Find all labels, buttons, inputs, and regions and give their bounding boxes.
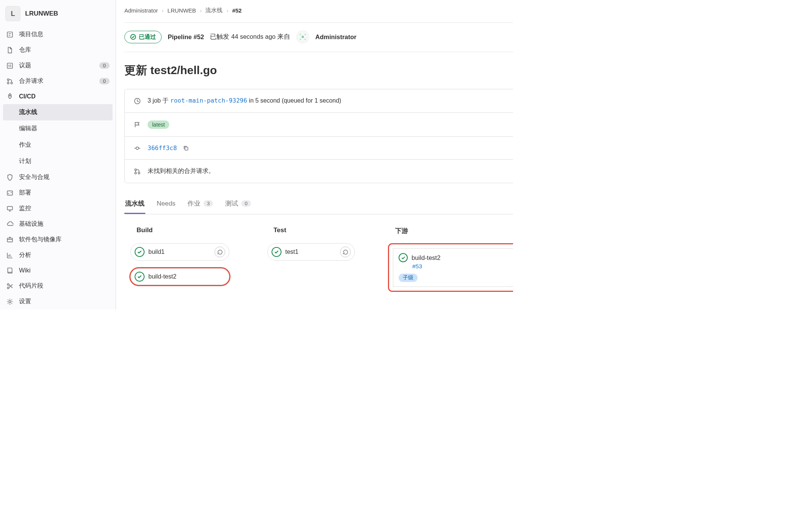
tab-count-badge: 3 — [203, 200, 213, 207]
svg-rect-15 — [185, 147, 188, 150]
deploy-icon — [6, 189, 14, 197]
tab-label: Needs — [157, 200, 175, 207]
status-badge-text: 已通过 — [139, 33, 156, 41]
subnav-editor[interactable]: 编辑器 — [19, 120, 116, 137]
svg-point-4 — [11, 82, 13, 84]
book-icon — [6, 267, 14, 274]
project-header[interactable]: L LRUNWEB — [0, 3, 116, 27]
svg-point-18 — [138, 172, 140, 174]
svg-point-2 — [7, 79, 9, 81]
sidebar-item-wiki[interactable]: Wiki — [0, 263, 116, 278]
check-circle-icon — [272, 247, 281, 257]
job-name: build-test2 — [148, 273, 225, 280]
svg-point-14 — [136, 147, 139, 149]
expand-downstream-button[interactable] — [510, 249, 513, 287]
job-name: build1 — [148, 249, 211, 255]
sidebar-item-security[interactable]: 安全与合规 — [0, 169, 116, 185]
project-name: LRUNWEB — [25, 10, 58, 17]
svg-point-9 — [7, 283, 9, 285]
merge-icon — [6, 78, 14, 85]
svg-point-10 — [7, 287, 9, 289]
branch-link[interactable]: root-main-patch-93296 — [170, 97, 247, 104]
pipeline-tabs: 流水线 Needs 作业 3 测试 0 — [124, 183, 513, 214]
tag-badge: latest — [148, 120, 169, 129]
svg-rect-1 — [7, 63, 13, 68]
cloud-gear-icon — [6, 220, 14, 228]
sidebar-item-monitor[interactable]: 监控 — [0, 201, 116, 216]
svg-rect-0 — [7, 32, 13, 37]
sidebar-item-analytics[interactable]: 分析 — [0, 247, 116, 263]
main-content: Administrator › LRUNWEB › 流水线 › #52 已通过 … — [116, 0, 513, 309]
downstream-highlight: build-test2 #53 子级 — [389, 244, 513, 291]
merge-icon — [134, 168, 141, 175]
chevron-right-icon: › — [226, 7, 228, 14]
package-icon — [6, 236, 14, 244]
breadcrumb: Administrator › LRUNWEB › 流水线 › #52 — [124, 7, 513, 23]
tab-label: 流水线 — [125, 199, 145, 208]
sidebar-item-label: 监控 — [19, 204, 110, 212]
shield-icon — [6, 174, 14, 181]
author-avatar[interactable] — [296, 30, 309, 43]
sidebar-item-label: 部署 — [19, 189, 110, 197]
sidebar-item-merge-requests[interactable]: 合并请求 0 — [0, 73, 116, 89]
no-mr-text: 未找到相关的合并请求。 — [148, 167, 215, 175]
sidebar-item-label: 分析 — [19, 251, 110, 259]
sidebar-item-infra[interactable]: 基础设施 — [0, 216, 116, 232]
stage-test: Test test1 — [267, 224, 362, 268]
tab-pipeline[interactable]: 流水线 — [124, 195, 145, 214]
pipeline-id-label: Pipeline #52 — [168, 33, 204, 41]
svg-rect-8 — [7, 238, 13, 242]
downstream-pipeline-card[interactable]: build-test2 #53 子级 — [393, 248, 511, 287]
check-circle-icon — [399, 253, 408, 262]
sidebar-item-deploy[interactable]: 部署 — [0, 185, 116, 201]
tab-tests[interactable]: 测试 0 — [224, 195, 251, 214]
info-row-jobs: 3 job 于 root-main-patch-93296 in 5 secon… — [125, 89, 513, 113]
subnav-jobs[interactable]: 作业 — [19, 137, 116, 153]
svg-point-17 — [135, 172, 137, 174]
sidebar: L LRUNWEB 项目信息 仓库 议题 0 合并请求 — [0, 0, 116, 309]
sidebar-item-cicd[interactable]: CI/CD — [0, 89, 116, 104]
downstream-pipeline-link[interactable]: #53 — [399, 262, 505, 270]
pipeline-status-row: 已通过 Pipeline #52 已触发 44 seconds ago 来自 A… — [124, 23, 513, 52]
chart-icon — [6, 252, 14, 259]
chevron-right-icon: › — [162, 7, 164, 14]
sidebar-item-issues[interactable]: 议题 0 — [0, 58, 116, 73]
sidebar-item-repo[interactable]: 仓库 — [0, 42, 116, 58]
subnav-schedules[interactable]: 计划 — [19, 153, 116, 169]
sidebar-item-packages[interactable]: 软件包与镜像库 — [0, 232, 116, 247]
sidebar-item-settings[interactable]: 设置 — [0, 294, 116, 309]
pipeline-triggered-text: 已触发 44 seconds ago 来自 — [210, 33, 290, 41]
breadcrumb-link[interactable]: 流水线 — [205, 7, 222, 14]
info-row-tag: latest — [125, 113, 513, 137]
commit-link[interactable]: 366ff3c8 — [148, 144, 177, 152]
job-test1[interactable]: test1 — [267, 243, 355, 261]
breadcrumb-link[interactable]: LRUNWEB — [167, 7, 196, 14]
sidebar-item-project-info[interactable]: 项目信息 — [0, 27, 116, 42]
issues-count-badge: 0 — [99, 62, 110, 69]
sidebar-item-snippets[interactable]: 代码片段 — [0, 278, 116, 294]
cicd-subnav: 流水线 编辑器 作业 计划 — [0, 104, 116, 169]
sidebar-item-label: Wiki — [19, 267, 110, 274]
author-name[interactable]: Administrator — [315, 33, 356, 41]
copy-commit-button[interactable] — [183, 145, 189, 151]
rocket-icon — [6, 93, 14, 100]
tab-jobs[interactable]: 作业 3 — [187, 195, 214, 214]
breadcrumb-link[interactable]: Administrator — [124, 7, 158, 14]
job-build1[interactable]: build1 — [130, 243, 229, 261]
job-build-test2[interactable]: build-test2 — [130, 268, 229, 285]
jobs-duration-text: in 5 second (queued for 1 second) — [249, 97, 341, 104]
stage-name: 下游 — [389, 224, 513, 244]
retry-button[interactable] — [340, 247, 351, 257]
tab-count-badge: 0 — [241, 200, 251, 207]
retry-button[interactable] — [215, 247, 225, 257]
svg-point-5 — [10, 95, 11, 96]
project-avatar: L — [5, 6, 21, 21]
stage-downstream: 下游 build-test2 #53 子级 — [389, 224, 513, 291]
issues-icon — [6, 62, 14, 70]
subnav-pipelines[interactable]: 流水线 — [3, 104, 113, 120]
tab-needs[interactable]: Needs — [156, 195, 176, 214]
sidebar-item-label: 合并请求 — [19, 77, 94, 85]
file-icon — [6, 46, 14, 54]
sidebar-item-label: 项目信息 — [19, 30, 110, 38]
info-row-commit: 366ff3c8 — [125, 137, 513, 160]
